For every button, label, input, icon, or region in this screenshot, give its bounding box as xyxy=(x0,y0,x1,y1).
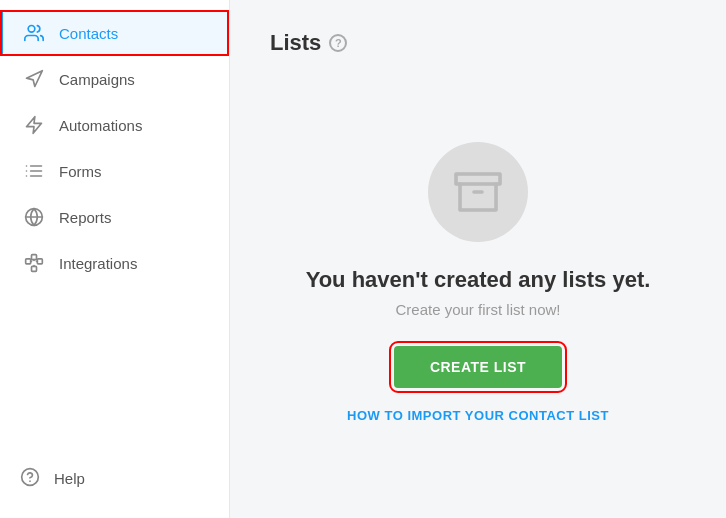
contacts-icon xyxy=(23,23,45,43)
empty-tray-icon xyxy=(454,168,502,216)
campaigns-icon xyxy=(23,69,45,89)
page-header: Lists ? xyxy=(270,30,347,56)
sidebar-item-label-integrations: Integrations xyxy=(59,255,137,272)
automations-icon xyxy=(23,115,45,135)
help-label: Help xyxy=(54,470,85,487)
create-list-button[interactable]: CREATE LIST xyxy=(394,346,562,388)
import-contact-link[interactable]: HOW TO IMPORT YOUR CONTACT LIST xyxy=(347,408,609,423)
svg-marker-1 xyxy=(27,71,43,87)
svg-point-0 xyxy=(28,26,35,33)
sidebar-item-contacts[interactable]: Contacts xyxy=(0,10,229,56)
sidebar: Contacts Campaigns Automations xyxy=(0,0,230,518)
integrations-icon xyxy=(23,253,45,273)
svg-marker-2 xyxy=(27,117,42,134)
svg-rect-21 xyxy=(456,174,500,184)
empty-icon-container xyxy=(428,142,528,242)
main-content: Lists ? You haven't created any lists ye… xyxy=(230,0,726,518)
page-title: Lists xyxy=(270,30,321,56)
empty-subtitle: Create your first list now! xyxy=(395,301,560,318)
sidebar-item-automations[interactable]: Automations xyxy=(0,102,229,148)
sidebar-item-reports[interactable]: Reports xyxy=(0,194,229,240)
sidebar-bottom: Help xyxy=(0,449,229,508)
page-help-icon[interactable]: ? xyxy=(329,34,347,52)
sidebar-item-label-campaigns: Campaigns xyxy=(59,71,135,88)
sidebar-item-integrations[interactable]: Integrations xyxy=(0,240,229,286)
sidebar-item-label-automations: Automations xyxy=(59,117,142,134)
forms-icon xyxy=(23,161,45,181)
sidebar-item-help[interactable]: Help xyxy=(20,459,209,498)
empty-title: You haven't created any lists yet. xyxy=(306,267,651,293)
help-icon xyxy=(20,467,40,490)
sidebar-nav: Contacts Campaigns Automations xyxy=(0,10,229,286)
sidebar-item-label-forms: Forms xyxy=(59,163,102,180)
sidebar-item-label-contacts: Contacts xyxy=(59,25,118,42)
empty-state: You haven't created any lists yet. Creat… xyxy=(270,106,686,488)
sidebar-item-label-reports: Reports xyxy=(59,209,112,226)
reports-icon xyxy=(23,207,45,227)
sidebar-item-forms[interactable]: Forms xyxy=(0,148,229,194)
sidebar-item-campaigns[interactable]: Campaigns xyxy=(0,56,229,102)
